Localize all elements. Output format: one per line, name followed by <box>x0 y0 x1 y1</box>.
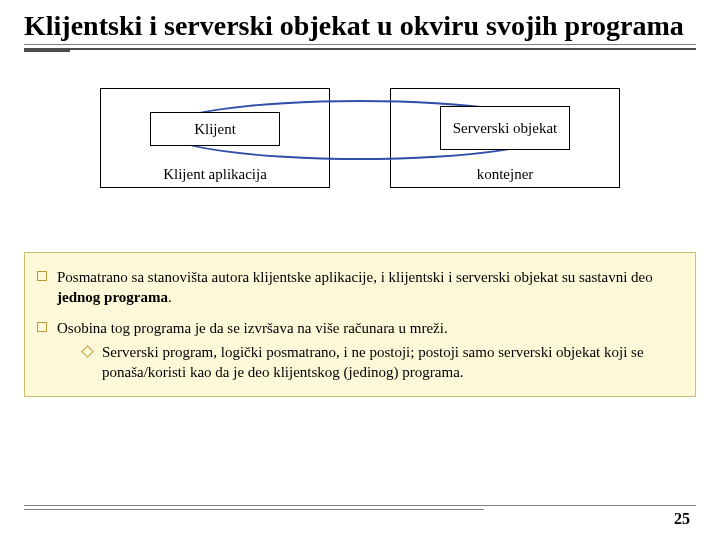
client-object-box: Klijent <box>150 112 280 146</box>
notes-panel: Posmatrano sa stanovišta autora klijents… <box>24 252 696 397</box>
slide-title: Klijentski i serverski objekat u okviru … <box>24 10 696 42</box>
client-app-caption: Klijent aplikacija <box>101 166 329 183</box>
bullet-2-text: Osobina tog programa je da se izvršava n… <box>57 320 448 336</box>
bullet-1-text: Posmatrano sa stanovišta autora klijents… <box>57 267 683 308</box>
sub-bullet-1-text: Serverski program, logički posmatrano, i… <box>102 342 683 383</box>
server-object-box: Serverski objekat <box>440 106 570 150</box>
footer-rule <box>24 505 696 506</box>
title-rule <box>24 44 696 52</box>
square-bullet-icon <box>37 322 47 332</box>
diamond-bullet-icon <box>81 345 94 358</box>
page-number: 25 <box>674 510 690 528</box>
footer-rule-short <box>24 509 484 510</box>
diagram: Klijent aplikacija kontejner Klijent Ser… <box>100 88 620 218</box>
bullet-1: Posmatrano sa stanovišta autora klijents… <box>37 267 683 308</box>
container-caption: kontejner <box>391 166 619 183</box>
sub-bullet-1: Serverski program, logički posmatrano, i… <box>83 342 683 383</box>
bullet-2: Osobina tog programa je da se izvršava n… <box>37 318 683 383</box>
server-object-label: Serverski objekat <box>453 120 558 137</box>
square-bullet-icon <box>37 271 47 281</box>
client-object-label: Klijent <box>194 121 236 138</box>
